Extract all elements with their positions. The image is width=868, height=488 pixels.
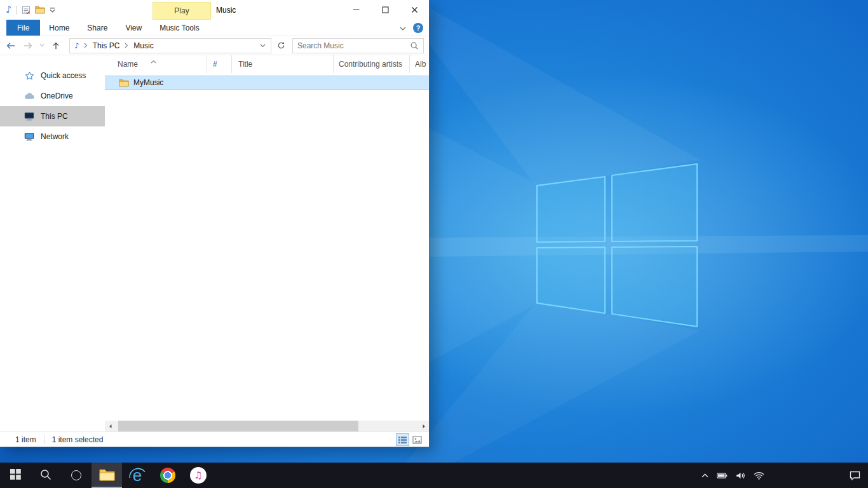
tab-file[interactable]: File bbox=[6, 20, 40, 36]
tab-view[interactable]: View bbox=[116, 20, 151, 36]
column-header-number[interactable]: # bbox=[207, 55, 232, 73]
column-header-name[interactable]: Name bbox=[105, 55, 207, 73]
scroll-left-button[interactable] bbox=[105, 421, 116, 431]
refresh-button[interactable] bbox=[274, 38, 288, 53]
file-name: MyMusic bbox=[133, 78, 163, 87]
minimize-button[interactable] bbox=[341, 0, 370, 20]
column-header-contributing-artists[interactable]: Contributing artists bbox=[334, 55, 410, 73]
help-button[interactable]: ? bbox=[413, 23, 423, 33]
scrollbar-thumb[interactable] bbox=[118, 421, 358, 431]
search-input[interactable] bbox=[293, 41, 410, 50]
folder-icon bbox=[119, 79, 129, 87]
chrome-icon bbox=[160, 468, 175, 483]
back-button[interactable] bbox=[3, 37, 18, 53]
music-note-icon: ♪ bbox=[74, 42, 79, 50]
search-icon bbox=[39, 468, 52, 483]
recent-locations-button[interactable] bbox=[37, 37, 46, 53]
network-icon bbox=[24, 132, 35, 141]
speaker-icon[interactable] bbox=[736, 471, 745, 480]
column-label: Title bbox=[238, 60, 252, 69]
search-box[interactable] bbox=[292, 38, 424, 53]
column-header-album[interactable]: Alb bbox=[410, 55, 429, 73]
column-label: Alb bbox=[415, 60, 426, 69]
scrollbar-track[interactable] bbox=[116, 421, 418, 431]
taskbar: e ♫ bbox=[0, 463, 868, 488]
taskbar-itunes-button[interactable]: ♫ bbox=[183, 463, 214, 488]
breadcrumb-this-pc[interactable]: This PC bbox=[90, 41, 123, 50]
windows-logo-icon bbox=[10, 469, 21, 482]
navigation-pane: Quick access OneDrive This PC Network bbox=[0, 55, 105, 431]
forward-button[interactable] bbox=[20, 37, 36, 53]
star-icon bbox=[24, 71, 35, 81]
sidebar-item-onedrive[interactable]: OneDrive bbox=[0, 86, 105, 106]
music-note-icon: ♪ bbox=[6, 5, 12, 15]
horizontal-scrollbar[interactable] bbox=[105, 421, 429, 431]
ie-icon: e bbox=[128, 466, 147, 485]
search-icon[interactable] bbox=[410, 41, 419, 50]
separator bbox=[17, 6, 17, 15]
file-list-empty-area[interactable]: MyMusic bbox=[105, 73, 429, 421]
caption-buttons bbox=[341, 0, 429, 20]
chevron-right-icon bbox=[123, 43, 130, 48]
close-button[interactable] bbox=[400, 0, 429, 20]
sidebar-item-label: OneDrive bbox=[41, 92, 73, 100]
column-label: Name bbox=[118, 60, 138, 69]
navigation-bar: ♪ This PC Music bbox=[0, 36, 429, 55]
tab-music-tools[interactable]: Music Tools bbox=[151, 20, 208, 36]
action-center-button[interactable] bbox=[850, 471, 860, 480]
file-explorer-window: ♪ Play Music File bbox=[0, 0, 429, 447]
details-view-button[interactable] bbox=[396, 433, 409, 446]
sort-ascending-icon bbox=[151, 57, 156, 65]
window-title: Music bbox=[216, 0, 236, 20]
qat-customize-button[interactable] bbox=[50, 8, 55, 13]
file-row-mymusic[interactable]: MyMusic bbox=[105, 76, 429, 90]
sidebar-item-this-pc[interactable]: This PC bbox=[0, 106, 105, 126]
column-label: # bbox=[213, 60, 217, 69]
up-button[interactable] bbox=[48, 37, 64, 53]
expand-ribbon-button[interactable] bbox=[400, 24, 406, 32]
qat-properties-button[interactable] bbox=[22, 6, 31, 15]
battery-icon[interactable] bbox=[717, 472, 728, 479]
separator bbox=[44, 435, 44, 444]
sidebar-item-label: Network bbox=[41, 132, 69, 141]
address-dropdown-button[interactable] bbox=[255, 39, 271, 53]
chevron-right-icon bbox=[82, 43, 90, 48]
sidebar-item-label: This PC bbox=[41, 112, 68, 121]
start-button[interactable] bbox=[0, 463, 31, 488]
system-tray bbox=[702, 463, 868, 488]
cortana-icon bbox=[71, 470, 81, 480]
titlebar[interactable]: ♪ Play Music bbox=[0, 0, 429, 20]
cortana-button[interactable] bbox=[61, 463, 92, 488]
item-count: 1 item bbox=[15, 435, 36, 444]
tab-home[interactable]: Home bbox=[40, 20, 78, 36]
sidebar-item-network[interactable]: Network bbox=[0, 126, 105, 147]
column-label: Contributing artists bbox=[339, 60, 402, 69]
computer-icon bbox=[24, 112, 35, 121]
breadcrumb-music[interactable]: Music bbox=[130, 41, 156, 50]
column-headers: Name # Title Contributing artists Alb bbox=[105, 55, 429, 73]
qat-new-folder-button[interactable] bbox=[35, 6, 45, 14]
tab-share[interactable]: Share bbox=[78, 20, 116, 36]
maximize-button[interactable] bbox=[370, 0, 400, 20]
address-bar[interactable]: ♪ This PC Music bbox=[69, 38, 271, 53]
music-note-icon: ♫ bbox=[190, 467, 207, 484]
quick-access-toolbar: ♪ bbox=[0, 5, 55, 15]
status-bar: 1 item 1 item selected bbox=[0, 431, 429, 447]
taskbar-search-button[interactable] bbox=[31, 463, 61, 488]
ribbon-tab-row: File Home Share View Music Tools ? bbox=[0, 20, 429, 36]
scroll-right-button[interactable] bbox=[418, 421, 429, 431]
taskbar-chrome-button[interactable] bbox=[153, 463, 183, 488]
folder-icon bbox=[99, 468, 115, 483]
large-icons-view-button[interactable] bbox=[410, 433, 424, 446]
taskbar-file-explorer-button[interactable] bbox=[92, 463, 122, 488]
hidden-icons-button[interactable] bbox=[702, 473, 709, 478]
contextual-tab-group-play[interactable]: Play bbox=[153, 2, 211, 20]
file-list-pane: Name # Title Contributing artists Alb bbox=[105, 55, 429, 431]
sidebar-item-label: Quick access bbox=[41, 71, 86, 80]
column-header-title[interactable]: Title bbox=[232, 55, 334, 73]
wifi-icon[interactable] bbox=[754, 471, 764, 480]
selection-count: 1 item selected bbox=[52, 435, 104, 444]
sidebar-item-quick-access[interactable]: Quick access bbox=[0, 65, 105, 86]
cloud-icon bbox=[24, 92, 35, 100]
taskbar-internet-explorer-button[interactable]: e bbox=[122, 463, 153, 488]
